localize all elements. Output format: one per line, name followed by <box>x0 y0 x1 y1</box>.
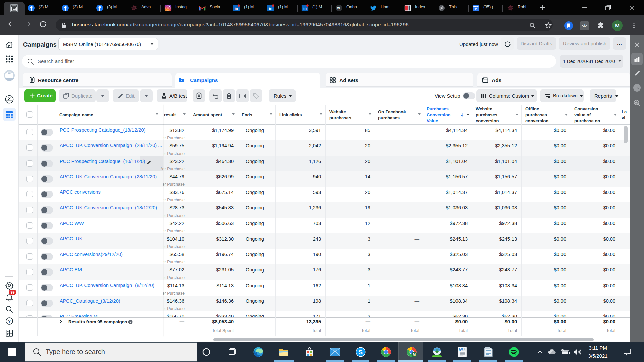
svg-text:S: S <box>359 349 363 356</box>
svg-text:A: A <box>459 348 462 351</box>
svg-text:in: in <box>269 6 272 10</box>
svg-text:?: ? <box>8 319 11 324</box>
svg-text:in: in <box>235 6 238 10</box>
svg-text:w.: w. <box>337 6 341 10</box>
svg-text:in: in <box>303 6 307 10</box>
svg-text:M: M <box>413 353 416 357</box>
